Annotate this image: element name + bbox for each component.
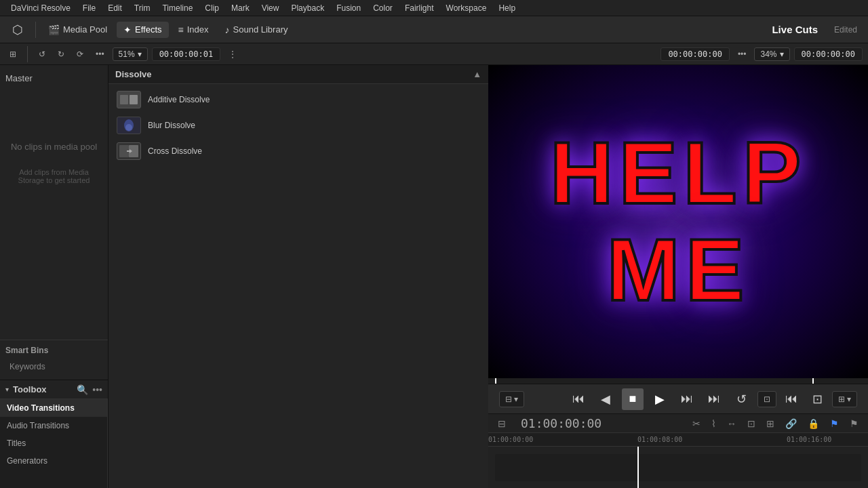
list-item[interactable]: Additive Dissolve <box>108 87 488 113</box>
toolbox-collapse-icon[interactable]: ▾ <box>5 386 9 393</box>
ruler-label-0: 01:00:00:00 <box>488 436 533 443</box>
timeline-ruler[interactable]: 01:00:00:00 01:00:08:00 01:00:16:00 01:0… <box>488 433 868 447</box>
menu-trim[interactable]: Trim <box>129 2 156 14</box>
toolbox-video-transitions[interactable]: Video Transitions <box>0 399 107 417</box>
link-btn[interactable]: 🔗 <box>781 417 801 430</box>
more-btn[interactable]: ••• <box>92 48 108 60</box>
zoom-chevron-icon: ▾ <box>138 49 142 59</box>
fullscreen-btn[interactable]: ⊡ <box>757 391 776 407</box>
edited-label: Edited <box>829 25 863 35</box>
stop-btn[interactable]: ■ <box>622 388 644 410</box>
menu-workspace[interactable]: Workspace <box>441 2 492 14</box>
smart-bins-section: Smart Bins Keywords <box>0 340 108 380</box>
timeline-playhead[interactable] <box>637 447 639 488</box>
menu-clip[interactable]: Clip <box>199 2 224 14</box>
menu-timeline[interactable]: Timeline <box>157 2 198 14</box>
layout-toggle-btn[interactable]: ⊞ <box>5 48 20 60</box>
toolbox-generators[interactable]: Generators <box>0 452 107 470</box>
no-clips-sub-message: Add clips from Media Storage to get star… <box>5 168 102 184</box>
blur-dissolve-icon <box>117 117 141 134</box>
menu-playback[interactable]: Playback <box>285 2 330 14</box>
slip-tool-btn[interactable]: ⊡ <box>743 417 760 430</box>
prev-frame-icon: ⏮ <box>572 392 585 406</box>
master-label: Master <box>5 70 102 86</box>
media-pool-btn[interactable]: 🎬 Media Pool <box>41 22 114 38</box>
toolbox-options-icon[interactable]: ••• <box>92 384 102 395</box>
more-right-btn[interactable]: ••• <box>734 48 751 60</box>
lock-btn[interactable]: 🔒 <box>804 417 823 430</box>
loop-btn[interactable]: ↺ <box>730 388 752 410</box>
toolbox-audio-transitions[interactable]: Audio Transitions <box>0 417 107 434</box>
dissolve-collapse-icon[interactable]: ▲ <box>473 69 481 79</box>
live-cuts-btn[interactable]: Live Cuts <box>764 21 826 38</box>
zoom-right-value: 34% <box>760 49 776 59</box>
index-label: Index <box>187 24 209 35</box>
ruler-label-2: 01:00:16:00 <box>787 436 831 443</box>
fullscreen-icon: ⊡ <box>764 394 770 404</box>
no-clips-message: No clips in media pool <box>5 140 102 155</box>
davinci-logo-btn[interactable]: ⬡ <box>5 20 30 40</box>
additive-dissolve-icon <box>117 91 141 108</box>
svg-point-3 <box>125 124 132 131</box>
toolbox-content: Video Transitions Audio Transitions Titl… <box>0 399 108 488</box>
trim-icon: ✂ <box>692 418 701 429</box>
sync-btn[interactable]: ⟳ <box>73 48 87 60</box>
prev-frame-btn[interactable]: ⏮ <box>568 388 589 410</box>
menu-file[interactable]: File <box>77 2 101 14</box>
secondary-toolbar: ⊞ ↺ ↻ ⟳ ••• 51% ▾ 00:00:00:01 ⋮ 00:00:00… <box>0 43 868 65</box>
play-back-btn[interactable]: ◀ <box>595 388 616 410</box>
undo-btn[interactable]: ↺ <box>35 48 50 60</box>
blade-tool-btn[interactable]: ⌇ <box>707 417 720 430</box>
menu-fusion[interactable]: Fusion <box>331 2 366 14</box>
blade-icon: ⌇ <box>711 418 716 429</box>
redo-btn[interactable]: ↻ <box>54 48 68 60</box>
toolbox-titles[interactable]: Titles <box>0 434 107 452</box>
list-item[interactable]: Cross Dissolve <box>108 138 488 164</box>
view-mode-btn[interactable]: ⊟ ▾ <box>499 391 524 407</box>
stop-icon: ■ <box>629 392 637 406</box>
menu-view[interactable]: View <box>256 2 285 14</box>
scrubber-handle[interactable] <box>495 378 496 384</box>
sound-library-btn[interactable]: ♪ Sound Library <box>218 22 295 38</box>
timeline-icon-btn[interactable]: ⊟ <box>494 417 510 430</box>
menu-mark[interactable]: Mark <box>226 2 255 14</box>
skip-start-icon: ⏮ <box>785 392 797 406</box>
toolbox-search-icon[interactable]: 🔍 <box>77 384 88 395</box>
effects-btn[interactable]: ✦ Effects <box>117 22 169 38</box>
dynamic-tool-btn[interactable]: ⊞ <box>762 417 778 430</box>
menu-davinci[interactable]: DaVinci Resolve <box>5 2 76 14</box>
match-frame-btn[interactable]: ⊡ <box>806 388 828 410</box>
menu-help[interactable]: Help <box>493 2 521 14</box>
menu-fairlight[interactable]: Fairlight <box>399 2 439 14</box>
effects-list: Additive Dissolve Blur Dissolve <box>108 84 488 488</box>
index-btn[interactable]: ≡ Index <box>172 22 216 38</box>
main-content: Master No clips in media pool Add clips … <box>0 65 868 488</box>
smart-bins-label: Smart Bins <box>5 346 102 355</box>
color-flag-btn[interactable]: ⚑ <box>846 417 863 430</box>
timeline-timecode: 01:00:00:00 <box>515 416 607 430</box>
play-btn[interactable]: ▶ <box>649 388 671 410</box>
output-mode-btn[interactable]: ⊞ ▾ <box>832 391 857 407</box>
next-frame-btn[interactable]: ⏭ <box>676 388 698 410</box>
flag-btn[interactable]: ⚑ <box>826 417 843 430</box>
keywords-item[interactable]: Keywords <box>5 359 102 374</box>
list-item[interactable]: Blur Dissolve <box>108 113 488 138</box>
preview-area: HELP ME <box>488 65 868 378</box>
scrubber-right-handle[interactable] <box>812 378 814 384</box>
tb2-divider-1 <box>27 46 28 62</box>
menu-edit[interactable]: Edit <box>102 2 127 14</box>
trim-tool-btn[interactable]: ✂ <box>688 417 705 430</box>
toolbox-icons: 🔍 ••• <box>77 384 102 395</box>
transition-tool-btn[interactable]: ↔ <box>723 417 741 430</box>
loop-icon: ↺ <box>736 392 747 407</box>
zoom-right-dropdown[interactable]: 34% ▾ <box>754 47 789 61</box>
skip-to-start-btn[interactable]: ⏮ <box>781 388 802 410</box>
timeline-track-empty[interactable] <box>495 454 861 481</box>
timecode-menu-btn[interactable]: ⋮ <box>224 48 241 60</box>
zoom-dropdown[interactable]: 51% ▾ <box>113 47 148 61</box>
scrubber-bar[interactable] <box>488 378 868 384</box>
menu-color[interactable]: Color <box>368 2 398 14</box>
next-frame-icon: ⏭ <box>681 392 693 406</box>
go-to-end-btn[interactable]: ⏭ <box>703 388 725 410</box>
toolbox-sidebar: Video Transitions Audio Transitions Titl… <box>0 399 108 488</box>
